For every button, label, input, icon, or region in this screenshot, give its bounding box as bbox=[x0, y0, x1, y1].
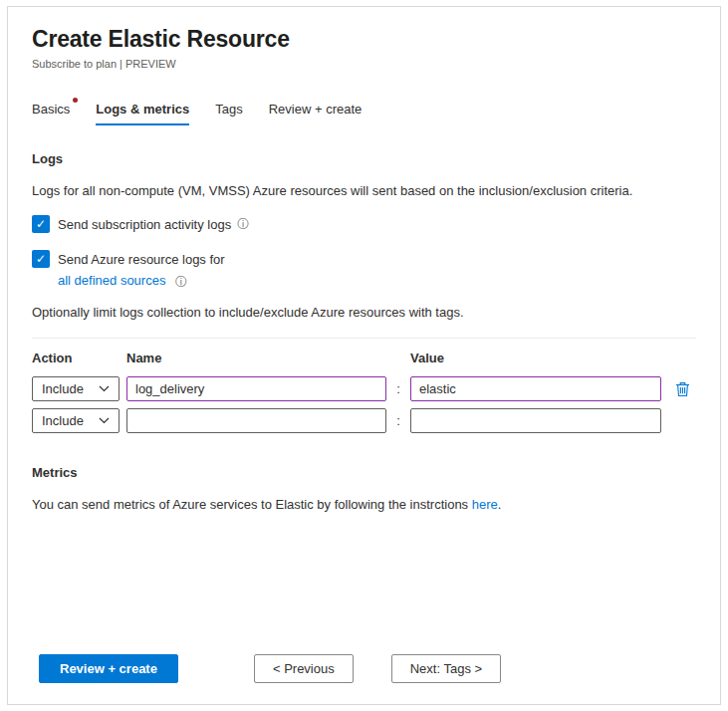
checkmark-icon: ✓ bbox=[36, 218, 46, 230]
tab-basics-label: Basics bbox=[32, 102, 70, 117]
validation-error-dot bbox=[73, 98, 78, 103]
value-column-header: Value bbox=[410, 351, 661, 365]
all-defined-sources-link[interactable]: all defined sources bbox=[58, 273, 165, 288]
tag-name-input[interactable] bbox=[126, 376, 386, 401]
action-dropdown[interactable]: Include bbox=[32, 376, 120, 401]
next-tags-button[interactable]: Next: Tags > bbox=[391, 654, 501, 683]
action-dropdown-value: Include bbox=[42, 381, 84, 396]
action-dropdown[interactable]: Include bbox=[32, 408, 120, 433]
key-value-separator: : bbox=[393, 413, 403, 428]
azure-resource-logs-checkbox[interactable]: ✓ bbox=[32, 250, 50, 268]
name-column-header: Name bbox=[126, 351, 386, 365]
tag-table-header: Action Name Value bbox=[32, 351, 696, 365]
metrics-section-heading: Metrics bbox=[32, 465, 696, 480]
delete-row-button[interactable] bbox=[668, 379, 696, 399]
wizard-footer: Review + create < Previous Next: Tags > bbox=[39, 654, 501, 683]
previous-button[interactable]: < Previous bbox=[254, 654, 354, 683]
page-subtitle: Subscribe to plan | PREVIEW bbox=[32, 58, 696, 70]
tag-filter-table: Action Name Value Include : bbox=[32, 338, 696, 433]
create-elastic-resource-panel: Create Elastic Resource Subscribe to pla… bbox=[7, 6, 721, 705]
azure-resource-logs-label: Send Azure resource logs for bbox=[58, 252, 225, 267]
action-column-header: Action bbox=[32, 351, 120, 365]
subscription-activity-logs-label: Send subscription activity logs bbox=[58, 215, 231, 232]
tag-name-input[interactable] bbox=[126, 408, 386, 433]
chevron-down-icon bbox=[99, 417, 110, 424]
tag-value-input[interactable] bbox=[410, 376, 661, 401]
metrics-description: You can send metrics of Azure services t… bbox=[32, 497, 696, 512]
info-icon[interactable]: ⓘ bbox=[237, 215, 249, 230]
checkmark-icon: ✓ bbox=[36, 253, 46, 265]
tab-bar: Basics Logs & metrics Tags Review + crea… bbox=[32, 102, 696, 125]
page-title: Create Elastic Resource bbox=[32, 26, 696, 53]
logs-section-heading: Logs bbox=[32, 151, 696, 166]
tags-hint-text: Optionally limit logs collection to incl… bbox=[32, 305, 696, 320]
tab-basics[interactable]: Basics bbox=[32, 102, 70, 125]
subscription-activity-logs-row: ✓ Send subscription activity logs ⓘ bbox=[32, 215, 696, 233]
subscription-activity-logs-checkbox[interactable]: ✓ bbox=[32, 215, 50, 233]
tab-logs-metrics[interactable]: Logs & metrics bbox=[96, 102, 189, 125]
azure-resource-logs-row: ✓ Send Azure resource logs for all defin… bbox=[32, 250, 696, 288]
info-icon[interactable]: ⓘ bbox=[175, 276, 187, 288]
review-create-button[interactable]: Review + create bbox=[39, 654, 178, 683]
tab-tags[interactable]: Tags bbox=[215, 102, 242, 125]
chevron-down-icon bbox=[99, 385, 110, 392]
trash-icon bbox=[675, 381, 690, 397]
metrics-description-text: You can send metrics of Azure services t… bbox=[32, 497, 472, 512]
action-dropdown-value: Include bbox=[42, 413, 84, 428]
metrics-description-period: . bbox=[498, 497, 502, 512]
tag-filter-row: Include : bbox=[32, 408, 696, 433]
tab-review-create[interactable]: Review + create bbox=[269, 102, 363, 125]
key-value-separator: : bbox=[393, 381, 403, 396]
tag-value-input[interactable] bbox=[410, 408, 661, 433]
logs-description: Logs for all non-compute (VM, VMSS) Azur… bbox=[32, 183, 696, 198]
tag-filter-row: Include : bbox=[32, 376, 696, 401]
metrics-here-link[interactable]: here bbox=[472, 497, 498, 512]
